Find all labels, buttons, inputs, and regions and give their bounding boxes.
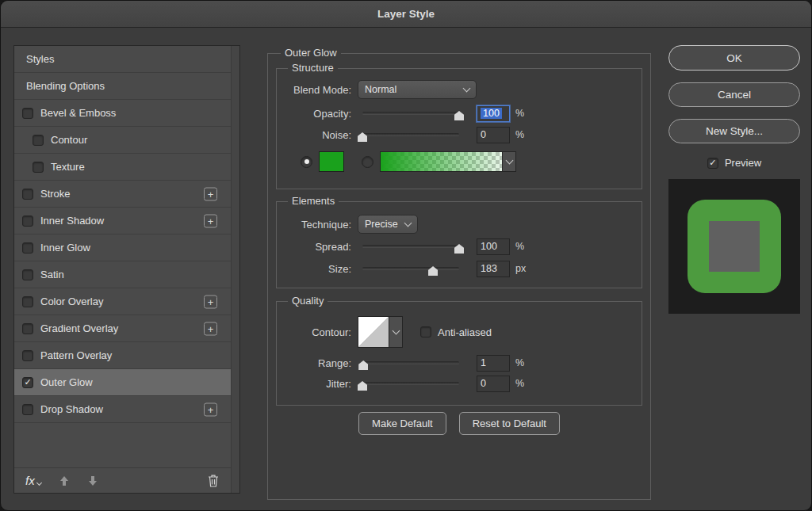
add-drop-shadow-button[interactable]: + — [204, 402, 217, 416]
size-input[interactable]: 183 — [477, 261, 510, 277]
range-input[interactable]: 1 — [477, 355, 510, 372]
move-effect-up-button[interactable] — [59, 475, 70, 486]
spread-row: Spread: 100 % — [277, 235, 642, 257]
drop-shadow-checkbox[interactable] — [22, 404, 33, 415]
add-gradient-overlay-button[interactable]: + — [204, 322, 217, 335]
make-default-button[interactable]: Make Default — [358, 412, 446, 435]
opacity-row: Opacity: 100 % — [277, 102, 642, 124]
range-value: 1 — [481, 357, 486, 368]
sidebar-item-label: Stroke — [40, 188, 71, 200]
sidebar-item-pattern-overlay[interactable]: Pattern Overlay — [14, 342, 231, 369]
contour-label: Contour: — [277, 326, 351, 338]
sidebar-item-inner-glow[interactable]: Inner Glow — [14, 235, 231, 261]
sidebar-item-bevel-emboss[interactable]: Bevel & Emboss — [14, 100, 231, 127]
inner-glow-checkbox[interactable] — [22, 242, 33, 254]
structure-group-title: Structure — [288, 62, 338, 74]
plus-icon: + — [208, 322, 214, 334]
color-overlay-checkbox[interactable] — [22, 296, 33, 307]
opacity-slider-thumb[interactable] — [454, 111, 464, 120]
new-style-button[interactable]: New Style... — [668, 119, 800, 143]
sidebar-item-label: Pattern Overlay — [40, 349, 112, 361]
delete-effect-button[interactable] — [207, 474, 220, 488]
glow-fill-row — [277, 150, 642, 174]
anti-aliased-label: Anti-aliased — [438, 326, 492, 338]
sidebar-item-stroke[interactable]: Stroke + — [14, 181, 231, 208]
fx-menu-button[interactable]: fx — [25, 474, 41, 487]
move-effect-down-button[interactable] — [87, 475, 98, 486]
jitter-slider[interactable] — [358, 376, 464, 391]
glow-gradient-picker[interactable] — [380, 151, 516, 172]
contour-checkbox[interactable] — [33, 135, 44, 146]
jitter-slider-thumb[interactable] — [358, 381, 367, 391]
outer-glow-settings-panel: Outer Glow Structure Blend Mode: Normal … — [267, 53, 651, 500]
noise-input[interactable]: 0 — [477, 127, 510, 143]
glow-color-radio[interactable] — [301, 156, 312, 168]
spread-slider[interactable] — [358, 238, 464, 254]
gradient-overlay-checkbox[interactable] — [22, 323, 33, 334]
blend-mode-select[interactable]: Normal — [358, 80, 477, 99]
chevron-down-icon — [404, 219, 412, 227]
noise-label: Noise: — [277, 129, 351, 141]
spread-value: 100 — [481, 241, 497, 252]
ok-button[interactable]: OK — [668, 45, 800, 71]
sidebar-item-inner-shadow[interactable]: Inner Shadow + — [14, 208, 231, 235]
add-color-overlay-button[interactable]: + — [204, 295, 217, 308]
sidebar-item-color-overlay[interactable]: Color Overlay + — [14, 288, 231, 315]
sidebar-item-drop-shadow[interactable]: Drop Shadow + — [14, 396, 231, 423]
glow-gradient-radio[interactable] — [362, 156, 373, 168]
glow-color-swatch[interactable] — [319, 151, 344, 172]
preview-layer-square — [709, 221, 760, 272]
sidebar-item-texture[interactable]: Texture — [14, 154, 231, 181]
panel-title: Outer Glow — [281, 47, 341, 59]
outer-glow-checkbox[interactable]: ✓ — [22, 377, 33, 388]
quality-group-title: Quality — [288, 295, 327, 307]
spread-input[interactable]: 100 — [477, 238, 510, 255]
styles-list: Styles Blending Options Bevel & Emboss C… — [14, 46, 231, 423]
size-label: Size: — [277, 263, 351, 275]
opacity-input[interactable]: 100 — [477, 105, 510, 122]
sidebar-scrollbar[interactable] — [231, 46, 239, 493]
texture-checkbox[interactable] — [33, 162, 44, 173]
cancel-button[interactable]: Cancel — [668, 82, 800, 107]
spread-slider-thumb[interactable] — [454, 244, 464, 254]
range-slider[interactable] — [358, 355, 464, 371]
contour-dropdown-button[interactable] — [389, 316, 403, 348]
preview-checkbox[interactable]: ✓ — [707, 158, 718, 169]
defaults-button-row: Make Default Reset to Default — [268, 412, 650, 435]
technique-select[interactable]: Precise — [358, 215, 418, 234]
range-slider-thumb[interactable] — [358, 360, 368, 370]
preview-label: Preview — [725, 157, 761, 169]
add-stroke-button[interactable]: + — [204, 187, 217, 200]
sidebar-item-contour[interactable]: Contour — [14, 127, 231, 154]
bevel-emboss-checkbox[interactable] — [22, 108, 33, 119]
jitter-input[interactable]: 0 — [477, 376, 510, 392]
noise-slider-thumb[interactable] — [358, 132, 367, 142]
pattern-overlay-checkbox[interactable] — [22, 350, 33, 361]
inner-shadow-checkbox[interactable] — [22, 215, 33, 227]
noise-slider[interactable] — [358, 127, 464, 143]
sidebar-item-blending-options[interactable]: Blending Options — [14, 73, 231, 100]
sidebar-item-gradient-overlay[interactable]: Gradient Overlay + — [14, 315, 231, 342]
opacity-slider[interactable] — [358, 105, 464, 121]
sidebar-item-label: Color Overlay — [40, 296, 103, 307]
spread-unit: % — [515, 241, 524, 252]
gradient-picker-dropdown-button[interactable] — [502, 152, 515, 171]
contour-picker[interactable] — [358, 316, 403, 348]
size-slider[interactable] — [358, 261, 464, 276]
reset-to-default-button[interactable]: Reset to Default — [459, 412, 560, 435]
size-row: Size: 183 px — [277, 257, 642, 280]
contour-row: Contour: Anti-aliased — [277, 315, 642, 349]
size-slider-thumb[interactable] — [428, 266, 438, 276]
sidebar-item-satin[interactable]: Satin — [14, 261, 231, 288]
add-inner-shadow-button[interactable]: + — [204, 214, 217, 227]
blend-mode-row: Blend Mode: Normal — [277, 78, 642, 101]
sidebar-item-styles[interactable]: Styles — [14, 46, 231, 73]
contour-thumbnail[interactable] — [358, 316, 389, 348]
size-unit: px — [515, 263, 526, 274]
preview-toggle-row: ✓ Preview — [668, 157, 800, 169]
dialog-titlebar[interactable]: Layer Style — [1, 1, 811, 28]
sidebar-item-outer-glow[interactable]: ✓ Outer Glow — [14, 369, 231, 396]
anti-aliased-checkbox[interactable] — [420, 326, 431, 337]
stroke-checkbox[interactable] — [22, 189, 33, 200]
satin-checkbox[interactable] — [22, 269, 33, 280]
